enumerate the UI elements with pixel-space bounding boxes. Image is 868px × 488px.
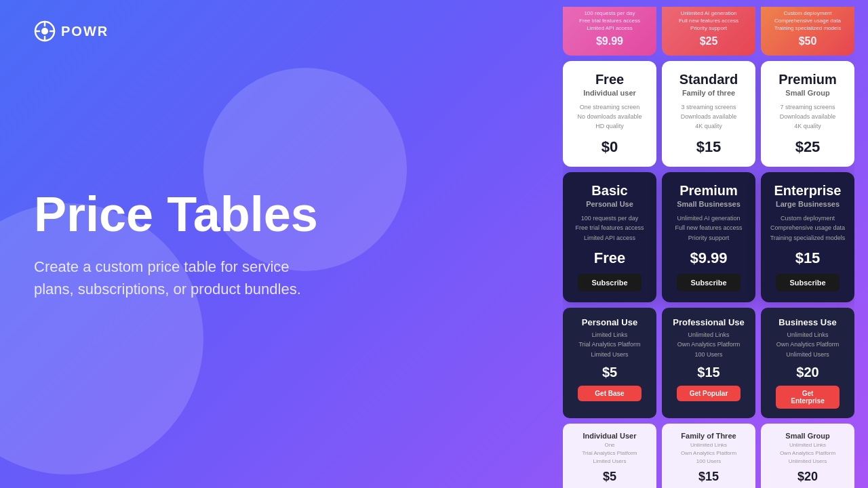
row4-professional-btn[interactable]: Get Popular <box>677 386 741 401</box>
row3-basic-features: 100 requests per dayFree trial features … <box>570 214 650 243</box>
row1-card-ultimate: Ultimate Large Businesses Custom deploym… <box>761 7 854 56</box>
row2-card-premium: Premium Small Group 7 streaming screensD… <box>761 61 854 167</box>
row4-personal-title: Personal Use <box>570 317 650 327</box>
row4-card-business: Business Use Unlimited LinksOwn Analytic… <box>761 308 854 418</box>
row5-card-individual: Individual User OneTrial Analytics Platf… <box>563 424 656 488</box>
row5-individual-features: OneTrial Analytics PlatformLimited Users <box>570 441 650 466</box>
row5-individual-price: $5 <box>570 470 650 484</box>
row3-premium-sub: Small Businesses <box>669 200 749 208</box>
row4-card-personal: Personal Use Limited LinksTrial Analytic… <box>563 308 656 418</box>
row1-ultimate-features: Custom deploymentComprehensive usage dat… <box>769 9 846 33</box>
row5-smallgroup-title: Small Group <box>768 432 848 440</box>
row5-card-family: Family of Three Unlimited LinksOwn Analy… <box>662 424 755 488</box>
row3-card-premium: Premium Small Businesses Unlimited AI ge… <box>662 172 755 302</box>
row1-basic-price: $9.99 <box>571 35 648 47</box>
row3-enterprise-title: Enterprise <box>768 183 848 199</box>
row5-card-smallgroup: Small Group Unlimited LinksOwn Analytics… <box>761 424 854 488</box>
row2-card-standard: Standard Family of three 3 streaming scr… <box>662 61 755 167</box>
row4-business-btn[interactable]: Get Enterprise <box>776 386 840 409</box>
row2-premium-features: 7 streaming screensDownloads available4K… <box>768 102 848 131</box>
row3-basic-price: Free <box>570 249 650 267</box>
row5-individual-title: Individual User <box>570 432 650 440</box>
row4-business-price: $20 <box>768 365 848 380</box>
row2-standard-sub: Family of three <box>669 89 749 97</box>
row3-card-enterprise: Enterprise Large Businesses Custom deplo… <box>761 172 854 302</box>
row4-card-professional: Professional Use Unlimited LinksOwn Anal… <box>662 308 755 418</box>
row2-free-price: $0 <box>570 138 650 156</box>
row2-standard-title: Standard <box>669 72 749 87</box>
row1: Basic Personal Use 100 requests per dayF… <box>563 7 854 56</box>
row4-business-title: Business Use <box>768 317 848 327</box>
row2-premium-sub: Small Group <box>768 89 848 97</box>
row3-enterprise-price: $15 <box>768 249 848 267</box>
row3-basic-subscribe[interactable]: Subscribe <box>578 274 642 291</box>
row4-personal-features: Limited LinksTrial Analytics PlatformLim… <box>570 330 650 359</box>
row5-family-price: $15 <box>669 470 749 484</box>
row4-personal-btn[interactable]: Get Base <box>578 386 642 401</box>
row1-card-premium: Premium Small Businesses Unlimited AI ge… <box>662 7 755 56</box>
row4: Personal Use Limited LinksTrial Analytic… <box>563 308 854 418</box>
row5-smallgroup-price: $20 <box>768 470 848 484</box>
right-panel: Basic Personal Use 100 requests per dayF… <box>563 7 854 488</box>
row2-free-features: One streaming screenNo downloads availab… <box>570 102 650 131</box>
row3-enterprise-sub: Large Businesses <box>768 200 848 208</box>
left-panel: Price Tables Create a custom price table… <box>34 0 319 488</box>
row1-card-basic: Basic Personal Use 100 requests per dayF… <box>563 7 656 56</box>
row2-premium-title: Premium <box>768 72 848 87</box>
page-title: Price Tables <box>34 188 319 241</box>
row3-premium-title: Premium <box>669 183 749 199</box>
row1-premium-features: Unlimited AI generationFull new features… <box>670 9 747 33</box>
row2-standard-features: 3 streaming screensDownloads available4K… <box>669 102 749 131</box>
row3-card-basic: Basic Personal Use 100 requests per dayF… <box>563 172 656 302</box>
row3-basic-sub: Personal Use <box>570 200 650 208</box>
row4-personal-price: $5 <box>570 365 650 380</box>
row2-free-title: Free <box>570 72 650 87</box>
row3-enterprise-features: Custom deploymentComprehensive usage dat… <box>768 214 848 243</box>
row1-premium-price: $25 <box>670 35 747 47</box>
row1-ultimate-price: $50 <box>769 35 846 47</box>
row5-smallgroup-features: Unlimited LinksOwn Analytics PlatformUnl… <box>768 441 848 466</box>
row3-premium-subscribe[interactable]: Subscribe <box>677 274 741 291</box>
row2-card-free: Free Individual user One streaming scree… <box>563 61 656 167</box>
row4-business-features: Unlimited LinksOwn Analytics PlatformUnl… <box>768 330 848 359</box>
row2: Free Individual user One streaming scree… <box>563 61 854 167</box>
row2-standard-price: $15 <box>669 138 749 156</box>
row4-professional-features: Unlimited LinksOwn Analytics Platform100… <box>669 330 749 359</box>
row3-premium-features: Unlimited AI generationFull new features… <box>669 214 749 243</box>
row4-professional-price: $15 <box>669 365 749 380</box>
row3: Basic Personal Use 100 requests per dayF… <box>563 172 854 302</box>
row4-professional-title: Professional Use <box>669 317 749 327</box>
row5-family-title: Family of Three <box>669 432 749 440</box>
row1-basic-features: 100 requests per dayFree trial features … <box>571 9 648 33</box>
row2-premium-price: $25 <box>768 138 848 156</box>
row2-free-sub: Individual user <box>570 89 650 97</box>
row3-enterprise-subscribe[interactable]: Subscribe <box>776 274 840 291</box>
row3-basic-title: Basic <box>570 183 650 199</box>
row5: Individual User OneTrial Analytics Platf… <box>563 424 854 488</box>
row3-premium-price: $9.99 <box>669 249 749 267</box>
row5-family-features: Unlimited LinksOwn Analytics Platform100… <box>669 441 749 466</box>
page-subtitle: Create a custom price table for service … <box>34 256 319 300</box>
